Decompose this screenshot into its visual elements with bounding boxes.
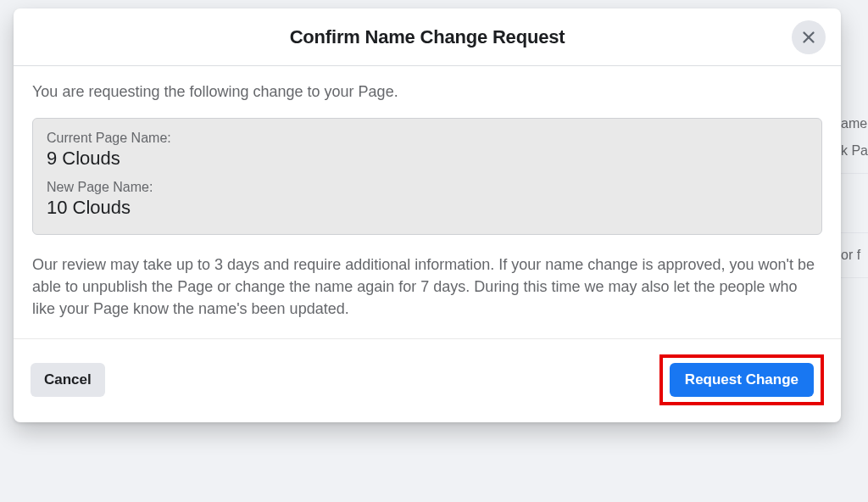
name-change-dialog: Confirm Name Change Request You are requ… <box>14 8 841 422</box>
close-icon <box>799 28 818 47</box>
review-notice: Our review may take up to 3 days and req… <box>32 254 822 320</box>
bg-text: amek Pa <box>841 102 868 174</box>
dialog-title: Confirm Name Change Request <box>290 26 565 48</box>
new-name-label: New Page Name: <box>47 180 808 195</box>
new-name-value: 10 Clouds <box>47 197 808 219</box>
name-change-summary: Current Page Name: 9 Clouds New Page Nam… <box>32 118 822 235</box>
highlight-box: Request Change <box>659 354 824 405</box>
cancel-button[interactable]: Cancel <box>31 363 105 397</box>
dialog-body: You are requesting the following change … <box>14 66 841 320</box>
bg-text: or f <box>841 233 868 278</box>
dialog-footer: Cancel Request Change <box>14 338 841 422</box>
request-change-button[interactable]: Request Change <box>670 363 814 397</box>
close-button[interactable] <box>792 20 826 54</box>
background-page: amek Pa or f <box>841 102 868 278</box>
current-name-value: 9 Clouds <box>47 148 808 170</box>
intro-text: You are requesting the following change … <box>32 83 822 101</box>
dialog-header: Confirm Name Change Request <box>14 8 841 66</box>
bg-spacer <box>841 174 868 233</box>
current-name-label: Current Page Name: <box>47 131 808 146</box>
